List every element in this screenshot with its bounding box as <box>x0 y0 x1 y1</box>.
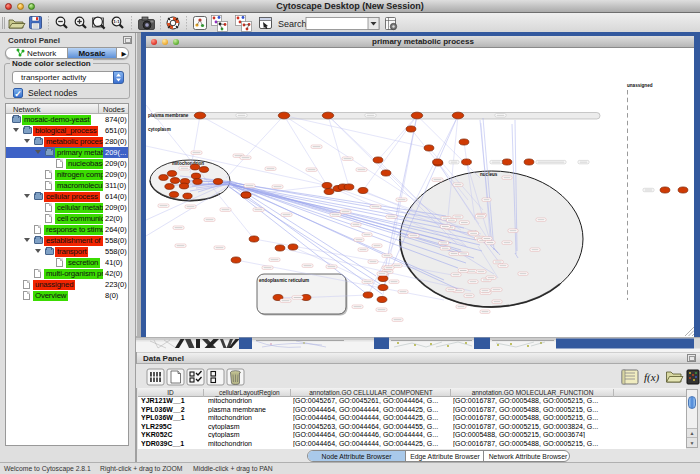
svg-text:nucleus: nucleus <box>480 172 498 177</box>
svg-text:endoplasmic reticulum: endoplasmic reticulum <box>259 278 309 283</box>
svg-text:mitochondrion: mitochondrion <box>172 161 204 166</box>
svg-text:unassigned: unassigned <box>627 83 653 88</box>
svg-text:f(x): f(x) <box>644 371 660 384</box>
svg-text:plasma membrane: plasma membrane <box>148 113 189 118</box>
svg-text:1:1: 1:1 <box>113 19 120 24</box>
svg-text:Search:: Search: <box>278 19 309 29</box>
